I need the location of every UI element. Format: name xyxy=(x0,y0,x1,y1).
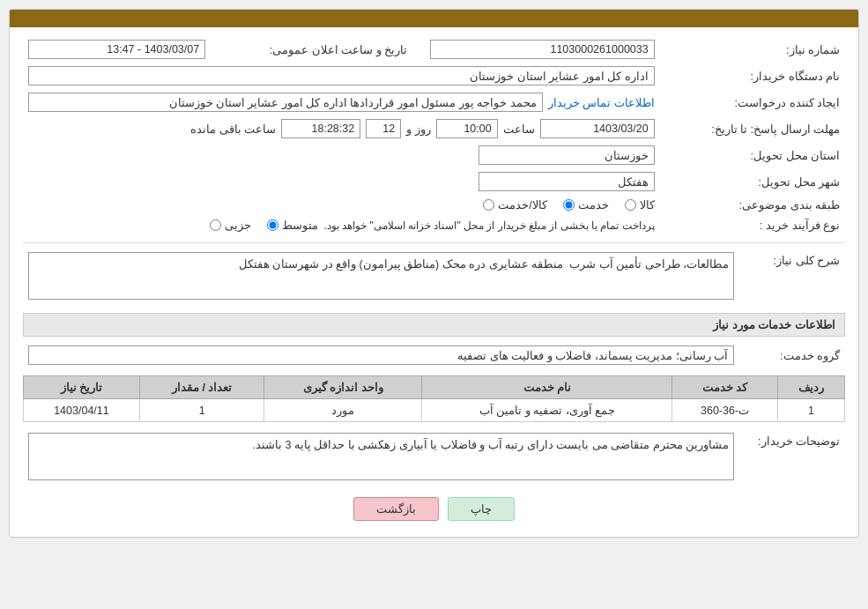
deadline-label: مهلت ارسال پاسخ: تا تاریخ: xyxy=(660,115,845,142)
print-button[interactable]: چاپ xyxy=(448,497,515,521)
table-row: 1ت-36-360جمع آوری، تصفیه و تامین آبمورد1… xyxy=(24,399,845,422)
deadline-day-input[interactable] xyxy=(366,119,401,138)
col-qty: تعداد / مقدار xyxy=(139,376,264,399)
need-number-input[interactable] xyxy=(430,40,654,59)
description-textarea[interactable]: مطالعات، طراحی تأمین آب شرب منطقه عشایری… xyxy=(28,252,734,300)
col-code: کد خدمت xyxy=(672,376,777,399)
announce-input[interactable] xyxy=(28,40,205,59)
cell-name: جمع آوری، تصفیه و تامین آب xyxy=(422,399,672,422)
cell-row: 1 xyxy=(777,399,844,422)
deadline-remaining-label: ساعت باقی مانده xyxy=(190,123,276,136)
province-label: استان محل تحویل: xyxy=(660,142,845,168)
category-label: طبقه بندی موضوعی: xyxy=(660,195,845,215)
col-unit: واحد اندازه گیری xyxy=(264,376,422,399)
buyer-notes-label: توضیحات خریدار: xyxy=(739,429,845,486)
cell-code: ت-36-360 xyxy=(672,399,777,422)
category-kala-khedmat[interactable]: کالا/خدمت xyxy=(483,198,546,212)
description-label: شرح کلی نیاز: xyxy=(739,249,845,306)
requester-label: ایجاد کننده درخواست: xyxy=(660,89,845,115)
process-motaset-label: متوسط xyxy=(282,219,318,232)
category-kala-khedmat-label: کالا/خدمت xyxy=(498,198,546,212)
buyer-org-label: نام دستگاه خریدار: xyxy=(660,63,845,89)
cell-unit: مورد xyxy=(264,399,422,422)
button-row: چاپ بازگشت xyxy=(23,497,845,521)
process-jozi[interactable]: جزیی xyxy=(210,219,251,232)
announce-label: تاریخ و ساعت اعلان عمومی: xyxy=(211,36,425,63)
deadline-time-label: ساعت xyxy=(503,123,535,136)
page-title xyxy=(10,10,858,27)
requester-link[interactable]: اطلاعات تماس خریدار xyxy=(548,96,655,109)
deadline-day-label: روز و xyxy=(406,123,430,136)
buyer-org-input[interactable] xyxy=(28,66,655,85)
deadline-time-input[interactable] xyxy=(436,119,498,138)
col-row: ردیف xyxy=(777,376,844,399)
need-number-label: شماره نیاز: xyxy=(660,36,845,63)
process-jozi-label: جزیی xyxy=(225,219,251,232)
requester-input xyxy=(28,93,543,112)
process-motaset[interactable]: متوسط xyxy=(267,219,318,232)
category-kala[interactable]: کالا xyxy=(625,198,655,212)
col-name: نام خدمت xyxy=(422,376,672,399)
deadline-remaining-input xyxy=(281,119,360,138)
back-button[interactable]: بازگشت xyxy=(353,497,439,521)
process-note: پرداخت تمام یا بخشی از مبلغ خریدار از مح… xyxy=(323,219,654,232)
process-label: نوع فرآیند خرید : xyxy=(660,215,845,235)
deadline-date-input[interactable] xyxy=(540,119,655,138)
services-table: ردیف کد خدمت نام خدمت واحد اندازه گیری ت… xyxy=(23,375,845,422)
category-khedmat-label: خدمت xyxy=(578,198,609,212)
city-input[interactable] xyxy=(479,172,655,191)
cell-qty: 1 xyxy=(139,399,264,422)
service-group-input xyxy=(28,345,734,365)
service-group-label: گروه خدمت: xyxy=(739,342,845,368)
province-input[interactable] xyxy=(479,145,655,165)
col-date: تاریخ نیاز xyxy=(24,376,140,399)
services-header: اطلاعات خدمات مورد نیاز xyxy=(23,313,845,337)
city-label: شهر محل تحویل: xyxy=(660,168,845,195)
buyer-notes-textarea[interactable]: مشاورین محترم متقاضی می بایست دارای رتبه… xyxy=(28,433,734,480)
category-khedmat[interactable]: خدمت xyxy=(563,198,609,212)
cell-date: 1403/04/11 xyxy=(24,399,140,422)
category-kala-label: کالا xyxy=(640,198,655,212)
